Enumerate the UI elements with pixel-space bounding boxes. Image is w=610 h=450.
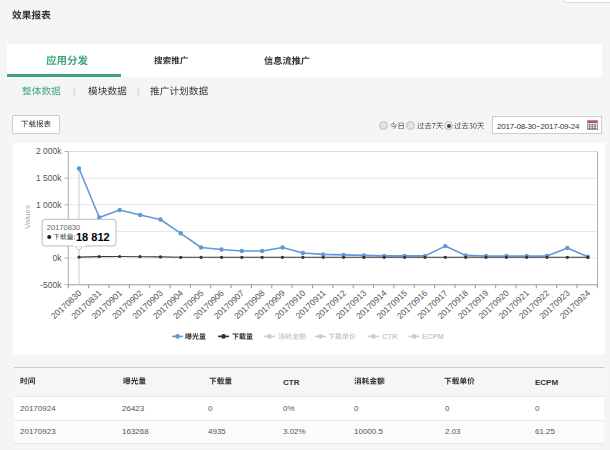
svg-text:1 000k: 1 000k: [36, 200, 62, 210]
svg-text:-500k: -500k: [40, 280, 62, 290]
svg-text:2 000k: 2 000k: [36, 146, 62, 156]
svg-text:0k: 0k: [53, 253, 63, 263]
svg-text:18 812: 18 812: [76, 231, 110, 243]
svg-text:CTR: CTR: [382, 332, 398, 341]
svg-text:ECPM: ECPM: [422, 332, 444, 341]
svg-text:1 500k: 1 500k: [36, 173, 62, 183]
svg-text:Values: Values: [23, 205, 32, 229]
